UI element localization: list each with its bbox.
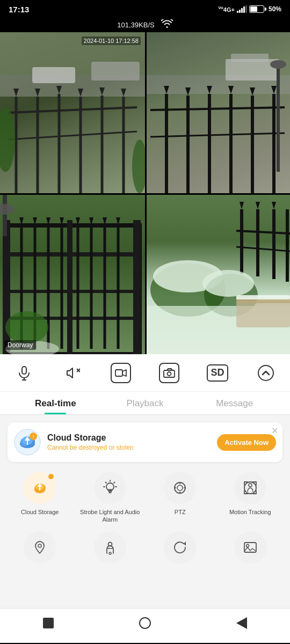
status-icons: Vo4G+ 50% [218,5,281,13]
cloud-storage-banner: ↑ Cloud Storage Cannot be destroyed or s… [8,422,282,462]
camera-icon [159,363,179,383]
svg-point-121 [38,544,41,547]
svg-line-110 [105,482,106,484]
svg-point-19 [132,140,145,193]
svg-line-30 [150,107,285,110]
status-bar: 17:13 Vo4G+ 50% [0,0,290,18]
sd-button[interactable]: SD [201,364,234,382]
svg-text:↑: ↑ [32,434,35,440]
svg-rect-44 [3,252,140,257]
back-icon [236,617,247,629]
controls-bar: SD [0,354,290,392]
svg-rect-3 [91,62,140,80]
svg-marker-73 [240,202,244,209]
tab-realtime[interactable]: Real-time [11,398,100,414]
cam-bottom-left: Doorway [0,193,145,354]
battery-indicator: 50% [249,5,281,13]
cam-timestamp: 2024-01-10 17:12:58 [82,36,141,45]
svg-point-18 [0,107,15,172]
feature-strobe-light[interactable]: Strobe Light and Audio Alarm [78,472,143,524]
cloud-banner-text: Cloud Storage Cannot be destroyed or sto… [47,433,211,451]
cam-bottom-right [145,193,290,354]
svg-point-79 [202,270,254,297]
stop-icon [43,618,54,628]
more-button[interactable] [250,363,282,383]
nav-back-button[interactable] [233,614,250,632]
activate-now-button[interactable]: Activate Now [217,434,276,451]
svg-marker-75 [272,202,276,209]
cloud-banner-subtitle: Cannot be destroyed or stolen [47,444,211,451]
bottom-nav [0,608,290,643]
feature-motion-tracking[interactable]: Motion Tracking [218,472,283,524]
motion-tracking-label: Motion Tracking [229,508,271,516]
svg-rect-91 [164,370,175,377]
svg-line-31 [150,133,285,137]
mic-icon [14,363,34,383]
signal-bars [237,5,247,13]
feature-location2[interactable] [78,531,143,564]
network-type: Vo4G+ [218,5,235,13]
svg-marker-74 [256,202,260,209]
camera-feed: 2024-01-10 17:12:58 [0,32,290,354]
tab-playback[interactable]: Playback [100,398,190,414]
close-banner-button[interactable]: ✕ [271,426,278,436]
strobe-light-icon-wrap [94,472,126,504]
svg-rect-45 [3,290,140,293]
speed-display: 101,39KB/S [117,21,154,29]
svg-marker-90 [122,370,126,376]
svg-rect-42 [133,220,141,354]
record-button[interactable] [105,363,137,383]
svg-point-64 [0,204,15,215]
svg-rect-22 [226,59,279,80]
svg-point-93 [258,365,273,380]
feature-grid-2 [8,531,282,564]
feature-ptz[interactable]: PTZ [148,472,213,524]
svg-rect-83 [236,295,290,299]
nav-stop-button[interactable] [40,614,57,632]
tabs-bar: Real-time Playback Message [0,392,290,415]
cam-top-left: 2024-01-10 17:12:58 [0,32,145,193]
feature-refresh[interactable] [148,531,213,564]
svg-line-71 [236,231,290,233]
wifi-icon [161,19,173,30]
cam-label: Doorway [4,340,36,350]
cloud-storage-label: Cloud Storage [21,508,59,516]
svg-rect-2 [32,67,75,83]
svg-rect-43 [67,220,73,354]
gallery-icon-wrap [234,531,266,564]
svg-line-109 [114,482,115,484]
svg-rect-84 [22,367,26,374]
photo-button[interactable] [153,363,185,383]
location-icon-wrap [24,531,56,564]
mic-button[interactable] [8,363,40,383]
ptz-label: PTZ [175,508,186,516]
svg-marker-124 [184,541,186,546]
video-icon [111,363,131,383]
time: 17:13 [9,5,29,14]
svg-point-126 [246,544,249,547]
nav-home-button[interactable] [136,614,154,632]
cloud-storage-badge [48,474,54,479]
mute-button[interactable] [56,363,89,383]
svg-line-72 [236,247,290,251]
svg-point-39 [270,60,286,69]
svg-point-92 [168,372,171,376]
feature-grid: Cloud Storage Strobe Light and Audio Ala… [8,472,282,524]
svg-point-66 [5,311,48,343]
main-content: ↑ Cloud Storage Cannot be destroyed or s… [0,415,290,608]
svg-rect-38 [277,64,280,172]
cloud-storage-icon-wrap [24,472,56,504]
svg-point-114 [177,485,183,491]
svg-rect-23 [231,54,269,62]
sd-label: SD [207,364,228,382]
svg-line-11 [8,131,137,140]
speaker-mute-icon [62,363,83,383]
feature-location[interactable] [8,531,73,564]
tab-message[interactable]: Message [190,398,279,414]
svg-line-10 [8,107,137,113]
feature-cloud-storage[interactable]: Cloud Storage [8,472,73,524]
chevron-up-icon [256,363,276,383]
feature-gallery[interactable] [218,531,283,564]
cloud-banner-icon: ↑ [14,429,41,456]
svg-point-123 [109,552,111,554]
